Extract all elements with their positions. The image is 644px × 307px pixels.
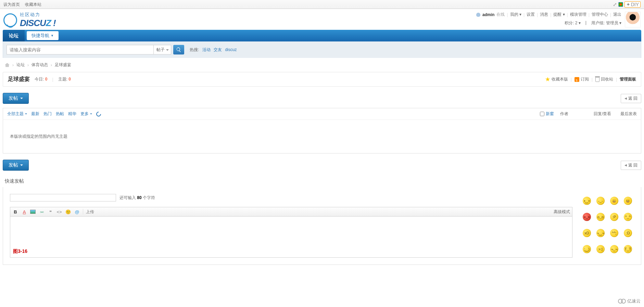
- forum-header: 足球盛宴 今日: 0 | 主题: 0 收藏本版 | ╖订阅 | 回收站 | 管理…: [3, 72, 641, 87]
- recycle-bin[interactable]: 回收站: [595, 76, 613, 82]
- newwindow-toggle[interactable]: 新窗: [540, 111, 554, 117]
- admin-panel[interactable]: 管理面板: [620, 76, 636, 82]
- user-area: admin 在线| 我的 ▾| 设置| 消息| 提醒 ▾| 模块管理| 管理中心…: [476, 12, 621, 26]
- editor-toolbar: B A ⫘ ❝ <> 🙂 @ 上传 高级模式: [10, 207, 572, 217]
- font-color-icon[interactable]: A: [21, 209, 27, 215]
- remind-link[interactable]: 提醒 ▾: [553, 12, 565, 17]
- emoji-teeth[interactable]: :D: [624, 229, 632, 237]
- quote-icon[interactable]: ❝: [47, 209, 53, 215]
- usergroup[interactable]: 用户组: 管理员 ▾: [591, 20, 621, 26]
- topics-count: 0: [68, 77, 71, 82]
- crumb-forum[interactable]: 论坛: [16, 62, 25, 68]
- smiley-icon[interactable]: 🙂: [65, 209, 71, 215]
- main-nav: 论坛 快捷导航▼: [3, 30, 641, 41]
- today-label: 今日:: [35, 77, 44, 82]
- search-input[interactable]: [7, 45, 154, 54]
- emoji-shy[interactable]: ^_^: [624, 213, 632, 221]
- filter-bar: 全部主题 最新 热门 热帖 精华 更多 新窗 作者 回复/查看 最后发表: [3, 108, 641, 120]
- avatar[interactable]: [625, 12, 641, 27]
- color-picker-icon[interactable]: [618, 2, 623, 7]
- emoji-shock[interactable]: o_o: [596, 213, 605, 221]
- figure-label: 图3-16: [13, 248, 27, 255]
- filter-hot[interactable]: 热门: [43, 111, 52, 117]
- logo-bubble-icon: [3, 13, 17, 27]
- image-icon[interactable]: [30, 210, 36, 214]
- emoji-cry[interactable]: T_T: [624, 245, 632, 253]
- back-button-bottom[interactable]: 返 回: [621, 161, 641, 170]
- char-remaining: 还可输入 80 个字符: [119, 195, 155, 201]
- crumb-board[interactable]: 足球盛宴: [55, 62, 71, 68]
- empty-message: 本版块或指定的范围内尚无主题: [3, 120, 641, 154]
- quick-nav-button[interactable]: 快捷导航▼: [27, 31, 59, 40]
- logo-en: DISCUZ !: [20, 18, 56, 28]
- rss-icon: ╖: [574, 77, 579, 82]
- filter-new[interactable]: 最新: [31, 111, 39, 117]
- search-button[interactable]: [173, 45, 184, 54]
- emoji-pout[interactable]: -_-: [596, 197, 605, 205]
- back-button-top[interactable]: 返 回: [621, 94, 641, 103]
- today-count: 0: [45, 77, 48, 82]
- emoji-tongue[interactable]: :P: [610, 213, 618, 221]
- separator: [83, 209, 83, 214]
- nav-forum[interactable]: 论坛: [3, 30, 25, 41]
- emoji-look[interactable]: ¬_¬: [610, 245, 618, 253]
- hot-link-3[interactable]: discuz: [225, 47, 237, 52]
- col-last: 最后发表: [620, 111, 637, 117]
- emoji-sweat[interactable]: ^^;: [610, 229, 618, 237]
- col-author: 作者: [560, 111, 588, 117]
- post-title-input[interactable]: [10, 194, 116, 201]
- col-reply: 回复/查看: [594, 111, 614, 117]
- refresh-icon[interactable]: [95, 111, 102, 118]
- new-post-button[interactable]: 发帖: [3, 93, 29, 104]
- filter-hotpost[interactable]: 热帖: [56, 111, 64, 117]
- filter-essence[interactable]: 精华: [68, 111, 76, 117]
- filter-all[interactable]: 全部主题: [7, 111, 27, 117]
- filter-more[interactable]: 更多: [80, 111, 92, 117]
- link-icon[interactable]: ⫘: [38, 209, 45, 215]
- emoji-laugh[interactable]: 😆: [624, 197, 632, 205]
- star-icon: [545, 77, 550, 82]
- messages-link[interactable]: 消息: [540, 12, 548, 17]
- search-icon: [176, 47, 181, 52]
- bold-icon[interactable]: B: [12, 209, 18, 215]
- expand-icon[interactable]: ⤢: [613, 0, 617, 9]
- logo[interactable]: 社区动力 DISCUZ !: [3, 12, 56, 28]
- home-icon[interactable]: [5, 63, 10, 67]
- admin-center-link[interactable]: 管理中心: [592, 12, 608, 17]
- new-post-button-bottom[interactable]: 发帖: [3, 160, 29, 171]
- code-icon[interactable]: <>: [56, 209, 62, 215]
- emoji-sly[interactable]: ¬‿¬: [596, 229, 605, 237]
- set-home-link[interactable]: 设为首页: [3, 2, 20, 7]
- newwindow-checkbox[interactable]: [540, 112, 544, 116]
- hot-link-1[interactable]: 活动: [202, 47, 211, 52]
- username[interactable]: admin: [482, 12, 494, 17]
- board-title: 足球盛宴: [8, 76, 30, 83]
- hot-label: 热搜:: [190, 47, 199, 52]
- emoji-panel: •‿• -_- 😀 😆 >_< o_o :P ^_^ xD ¬‿¬ ^^; :D…: [583, 194, 634, 258]
- module-mgmt-link[interactable]: 模块管理: [570, 12, 586, 17]
- logout-link[interactable]: 退出: [613, 12, 621, 17]
- subscribe[interactable]: ╖订阅: [574, 76, 589, 82]
- diy-button[interactable]: ✦DIY: [624, 1, 641, 8]
- advanced-mode[interactable]: 高级模式: [554, 209, 570, 215]
- hot-link-2[interactable]: 交友: [214, 47, 222, 52]
- emoji-wink[interactable]: ;‿): [583, 245, 591, 253]
- quick-post-title: 快速发帖: [3, 175, 641, 187]
- quick-post: 快速发帖 还可输入 80 个字符 B A ⫘ ❝ <> 🙂 @ 上传 高级模式 …: [3, 175, 641, 265]
- emoji-grin[interactable]: 😀: [610, 197, 618, 205]
- editor-textarea[interactable]: 图3-16: [10, 217, 572, 258]
- emoji-lol[interactable]: xD: [583, 229, 591, 237]
- emoji-angry[interactable]: >_<: [583, 213, 591, 221]
- favorite-board[interactable]: 收藏本版: [545, 76, 568, 82]
- settings-link[interactable]: 设置: [527, 12, 535, 17]
- crumb-category[interactable]: 体育动态: [31, 62, 48, 68]
- upload-button[interactable]: 上传: [86, 209, 94, 215]
- emoji-mad[interactable]: >:|: [596, 245, 605, 253]
- emoji-smile[interactable]: •‿•: [583, 197, 591, 205]
- search-type-select[interactable]: 帖子: [154, 45, 171, 54]
- at-icon[interactable]: @: [74, 209, 80, 215]
- my-menu[interactable]: 我的 ▾: [510, 12, 521, 17]
- points[interactable]: 积分: 2 ▾: [565, 20, 581, 26]
- favorite-site-link[interactable]: 收藏本站: [25, 2, 41, 7]
- topbar: 设为首页 收藏本站 ⤢ ✦DIY: [0, 0, 644, 9]
